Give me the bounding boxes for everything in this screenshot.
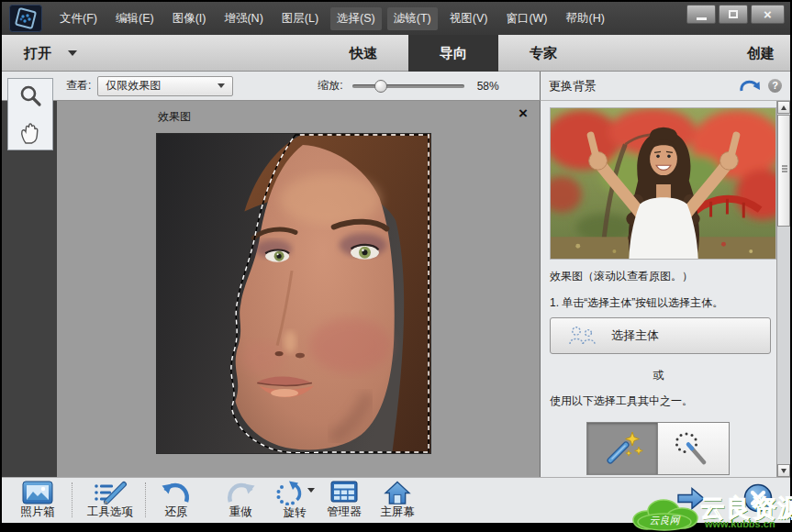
triangle-down-icon — [781, 469, 786, 473]
triangle-up-icon — [781, 105, 786, 110]
preview-caption: 效果图（滚动以查看原图。） — [550, 269, 693, 284]
home-icon — [384, 481, 411, 504]
menu-layer[interactable]: 图层(L) — [275, 7, 325, 30]
menu-help[interactable]: 帮助(H) — [560, 7, 611, 30]
mode-tabs: 快速 导向 专家 — [318, 35, 588, 72]
organizer-icon — [330, 481, 358, 504]
close-button[interactable]: × — [751, 5, 785, 24]
edited-photo[interactable] — [156, 133, 431, 454]
select-subject-button[interactable]: 选择主体 — [550, 317, 771, 354]
rotate-label: 旋转 — [284, 505, 307, 521]
zoom-label: 缩放: — [318, 78, 342, 94]
watermark-badge-text: 云良网 — [650, 515, 681, 526]
taskbar-separator — [72, 482, 73, 517]
taskbar-separator — [145, 482, 146, 517]
window-controls: × — [684, 5, 785, 24]
tool-options-label: 工具选项 — [87, 504, 133, 520]
menu-enhance[interactable]: 增强(N) — [218, 7, 269, 30]
tab-quick[interactable]: 快速 — [318, 35, 408, 72]
menu-window[interactable]: 窗口(W) — [499, 7, 553, 30]
scrollbar-thumb[interactable] — [777, 115, 790, 227]
canvas-area: 效果图 × — [57, 101, 540, 477]
menu-edit[interactable]: 编辑(E) — [109, 7, 161, 30]
quick-selection-tool-button[interactable] — [586, 422, 658, 475]
magic-wand-tool-button[interactable] — [658, 422, 730, 475]
tools-hint: 使用以下选择工具其中之一。 — [550, 393, 693, 409]
select-subject-label: 选择主体 — [611, 327, 659, 344]
photo-bin-label: 照片箱 — [20, 504, 55, 520]
left-tool-strip — [2, 101, 57, 477]
watermark-cloud-icon: 云良网 — [629, 496, 700, 531]
menu-image[interactable]: 图像(I) — [166, 7, 213, 30]
open-label: 打开 — [24, 45, 51, 62]
step-instruction: 1. 单击“选择主体”按钮以选择主体。 — [550, 295, 774, 311]
app-logo-icon — [9, 5, 42, 32]
zoom-slider-track — [352, 84, 464, 88]
panel-scrollbar[interactable] — [776, 101, 790, 477]
zoom-value: 58% — [477, 80, 499, 93]
maximize-button[interactable] — [719, 5, 748, 24]
chevron-down-icon — [68, 50, 77, 56]
magic-wand-icon — [673, 429, 715, 468]
or-label: 或 — [541, 368, 776, 383]
guided-panel: 效果图（滚动以查看原图。） 1. 单击“选择主体”按钮以选择主体。 选择主体 或… — [540, 101, 790, 477]
watermark: 云良网 云良资源网 www.kubbs.cn — [624, 491, 792, 532]
zoom-tool-icon[interactable] — [17, 83, 43, 109]
scroll-down-button[interactable] — [777, 464, 790, 477]
photo-bin-button[interactable]: 照片箱 — [11, 481, 64, 522]
menubar: 文件(F) 编辑(E) 图像(I) 增强(N) 图层(L) 选择(S) 滤镜(T… — [53, 7, 617, 30]
reset-icon[interactable] — [739, 78, 761, 94]
create-button[interactable]: 创建 — [747, 35, 775, 72]
zoom-slider-thumb[interactable] — [374, 80, 387, 93]
open-button[interactable]: 打开 — [24, 35, 77, 72]
chevron-down-icon[interactable] — [307, 488, 315, 493]
menu-filter[interactable]: 滤镜(T) — [387, 7, 438, 30]
preview-image — [550, 107, 776, 260]
undo-icon — [161, 481, 192, 504]
hand-tool-icon[interactable] — [17, 119, 43, 145]
canvas-close-icon[interactable]: × — [519, 105, 528, 121]
organizer-button[interactable]: 管理器 — [318, 481, 371, 522]
redo-label: 重做 — [229, 504, 252, 520]
tab-guided[interactable]: 导向 — [408, 35, 498, 72]
rotate-icon — [274, 481, 304, 505]
maximize-icon — [729, 10, 738, 18]
app-window: 文件(F) 编辑(E) 图像(I) 增强(N) 图层(L) 选择(S) 滤镜(T… — [0, 0, 792, 532]
view-dropdown-value: 仅限效果图 — [106, 78, 214, 94]
home-screen-label: 主屏幕 — [380, 504, 415, 520]
scrollbar-grip — [782, 168, 787, 170]
minimize-icon — [697, 17, 707, 20]
mode-tabbar: 打开 快速 导向 专家 创建 — [2, 35, 790, 72]
quick-selection-icon — [601, 429, 643, 468]
watermark-url: www.kubbs.cn — [705, 518, 775, 529]
home-screen-button[interactable]: 主屏幕 — [371, 481, 424, 522]
minimize-button[interactable] — [686, 5, 716, 24]
chevron-down-icon — [218, 83, 225, 88]
options-bar: 查看: 仅限效果图 缩放: 58% — [2, 72, 540, 101]
organizer-label: 管理器 — [327, 504, 362, 520]
tools-box — [7, 78, 53, 150]
view-label: 查看: — [66, 78, 91, 94]
photo-bin-icon — [22, 481, 53, 504]
canvas-label: 效果图 — [158, 109, 191, 125]
selection-tools — [586, 422, 730, 475]
select-subject-icon — [567, 325, 598, 347]
help-icon[interactable]: ? — [768, 79, 782, 93]
redo-icon — [225, 481, 256, 504]
undo-label: 还原 — [165, 504, 188, 520]
close-icon: × — [764, 7, 772, 21]
zoom-slider[interactable] — [352, 80, 464, 93]
tab-expert[interactable]: 专家 — [498, 35, 588, 72]
view-dropdown[interactable]: 仅限效果图 — [97, 76, 233, 96]
undo-button[interactable]: 还原 — [152, 481, 200, 522]
panel-title: 更换背景 — [549, 78, 739, 94]
scroll-up-button[interactable] — [777, 101, 790, 114]
menu-file[interactable]: 文件(F) — [53, 7, 104, 30]
panel-header: 更换背景 ? — [540, 72, 790, 101]
tool-options-button[interactable]: 工具选项 — [81, 481, 139, 522]
menu-view[interactable]: 视图(V) — [443, 7, 495, 30]
menu-select[interactable]: 选择(S) — [330, 7, 382, 30]
titlebar: 文件(F) 编辑(E) 图像(I) 增强(N) 图层(L) 选择(S) 滤镜(T… — [2, 2, 790, 35]
redo-button[interactable]: 重做 — [217, 481, 264, 522]
rotate-button[interactable]: 旋转 — [268, 481, 321, 522]
